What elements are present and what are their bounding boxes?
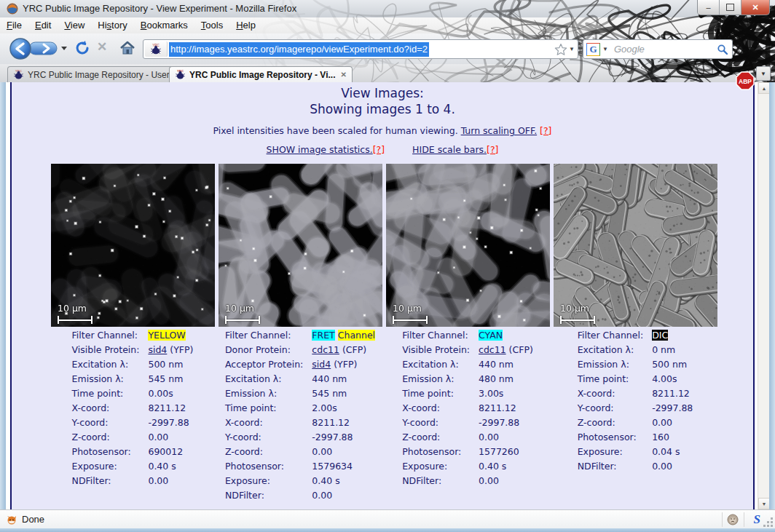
meta-row: Filter Channel:FRET Channel bbox=[225, 328, 375, 343]
meta-label: Time point: bbox=[578, 372, 652, 386]
reload-button[interactable] bbox=[74, 40, 90, 56]
maximize-button[interactable] bbox=[720, 0, 741, 15]
meta-value: cdc11 (CFP) bbox=[312, 343, 375, 357]
scrapbook-s-icon[interactable]: S bbox=[754, 510, 760, 529]
protein-link[interactable]: cdc11 bbox=[312, 344, 339, 355]
scale-bar-line bbox=[393, 316, 428, 324]
meta-text: 0.40 s bbox=[148, 461, 176, 472]
adblock-plus-icon[interactable]: ABP bbox=[736, 71, 755, 90]
search-magnifier-icon[interactable] bbox=[717, 44, 728, 55]
close-button[interactable]: ✕ bbox=[741, 0, 769, 15]
meta-row: Excitation λ:440 nm bbox=[225, 372, 375, 386]
url-bar[interactable]: YRC http://images.yeastrc.org/imagerepo/… bbox=[143, 39, 578, 59]
meta-value: 440 nm bbox=[312, 372, 375, 386]
scroll-down-icon[interactable]: ▼ bbox=[758, 498, 770, 509]
content-area: View Images: Showing images 1 to 4. Pixe… bbox=[6, 82, 769, 509]
scroll-up-icon[interactable]: ▲ bbox=[758, 82, 770, 94]
meta-label: NDFilter: bbox=[402, 474, 479, 488]
meta-row: Photosensor:1579634 bbox=[225, 459, 375, 474]
tab-bar: ▼ YRCYRC Public Image Repository - User.… bbox=[0, 64, 775, 83]
vertical-scrollbar[interactable]: ▲ ▼ bbox=[758, 82, 770, 509]
meta-value: 440 nm bbox=[479, 357, 533, 372]
meta-label: Emission λ: bbox=[578, 357, 652, 372]
meta-label: Photosensor: bbox=[225, 459, 312, 474]
window-frame-left bbox=[0, 82, 6, 509]
urlbar-dropdown-icon[interactable]: ▼ bbox=[569, 46, 575, 52]
meta-row: Photosensor:160 bbox=[578, 430, 693, 445]
menu-item-file[interactable]: File bbox=[0, 17, 28, 33]
tab-2[interactable]: YRCYRC Public Image Repository - Vi...✕ bbox=[169, 66, 353, 82]
search-engine-dropdown-icon[interactable]: ▼ bbox=[602, 46, 608, 52]
meta-row: NDFilter:0.00 bbox=[72, 474, 194, 488]
menu-item-history[interactable]: History bbox=[91, 17, 133, 33]
minimize-button[interactable]: – bbox=[698, 0, 720, 15]
meta-value: 0.40 s bbox=[479, 459, 533, 474]
meta-row: Z-coord:0.00 bbox=[225, 445, 375, 459]
protein-link[interactable]: cdc11 bbox=[479, 344, 506, 355]
meta-label: Photosensor: bbox=[72, 445, 149, 459]
page-title: View Images: bbox=[12, 86, 753, 100]
meta-label: Excitation λ: bbox=[225, 372, 312, 386]
back-forward-buttons[interactable] bbox=[7, 35, 74, 63]
fox-icon[interactable] bbox=[6, 514, 17, 525]
scaling-notice: Pixel intensities have been scaled for h… bbox=[12, 125, 753, 136]
meta-row: Photosensor:690012 bbox=[72, 445, 194, 459]
meta-text: 500 nm bbox=[652, 359, 687, 370]
meta-text: 0.04 s bbox=[652, 446, 680, 457]
meta-text: 1579634 bbox=[312, 461, 353, 472]
meta-row: Filter Channel:DIC bbox=[578, 328, 693, 343]
page: View Images: Showing images 1 to 4. Pixe… bbox=[10, 82, 755, 509]
meta-label: Filter Channel: bbox=[225, 328, 312, 343]
bookmark-star-icon[interactable] bbox=[554, 43, 567, 56]
tab-close-icon[interactable]: ✕ bbox=[341, 71, 347, 79]
scaling-help-link[interactable]: [?] bbox=[540, 125, 551, 136]
meta-text: 440 nm bbox=[479, 359, 514, 370]
scalebars-help-link[interactable]: [?] bbox=[487, 144, 498, 155]
meta-label: Filter Channel: bbox=[402, 328, 479, 343]
list-all-tabs-icon[interactable]: ▼ bbox=[756, 66, 771, 81]
meta-label: Exposure: bbox=[402, 459, 479, 474]
meta-text: 0.00 bbox=[148, 432, 168, 442]
meta-row: Excitation λ:440 nm bbox=[402, 357, 533, 372]
meta-text: 0.00 bbox=[148, 475, 168, 486]
metadata-column-yellow: Filter Channel:YELLOWVisible Protein:sid… bbox=[48, 328, 217, 488]
statistics-help-link[interactable]: [?] bbox=[373, 144, 385, 155]
window-frame-right bbox=[769, 82, 775, 509]
meta-value: 3.00s bbox=[479, 386, 533, 401]
show-statistics-link[interactable]: SHOW image statistics. bbox=[267, 144, 373, 155]
meta-label: Photosensor: bbox=[402, 445, 479, 459]
scale-bar: 10 µm bbox=[560, 303, 595, 324]
search-placeholder[interactable]: Google bbox=[611, 44, 717, 55]
url-text[interactable]: http://images.yeastrc.org/imagerepo/view… bbox=[169, 42, 429, 57]
meta-label: Y-coord: bbox=[402, 416, 479, 430]
tab-label: YRC Public Image Repository - Vi... bbox=[189, 70, 336, 80]
meta-label: Time point: bbox=[225, 401, 312, 416]
search-engine-icon[interactable]: G bbox=[586, 43, 600, 56]
meta-value: 8211.12 bbox=[479, 401, 533, 416]
home-button[interactable] bbox=[119, 40, 135, 56]
menu-item-view[interactable]: View bbox=[58, 17, 91, 33]
stop-button[interactable]: ✕ bbox=[97, 39, 107, 55]
protein-link[interactable]: sid4 bbox=[148, 344, 167, 355]
search-bar[interactable]: G ▼ Google bbox=[583, 39, 733, 59]
resize-grip[interactable] bbox=[771, 525, 773, 527]
turn-scaling-off-link[interactable]: Turn scaling OFF. bbox=[461, 125, 537, 136]
meta-value: CYAN bbox=[479, 328, 533, 343]
meta-value: -2997.88 bbox=[148, 416, 193, 430]
menu-item-tools[interactable]: Tools bbox=[194, 17, 229, 33]
meta-value: 0.00 bbox=[312, 488, 375, 503]
menu-item-bookmarks[interactable]: Bookmarks bbox=[134, 17, 194, 33]
menu-item-help[interactable]: Help bbox=[229, 17, 262, 33]
meta-row: Exposure:0.40 s bbox=[402, 459, 533, 474]
meta-text: 4.00s bbox=[652, 373, 677, 384]
action-links: SHOW image statistics.[?] HIDE scale bar… bbox=[12, 144, 753, 155]
protein-link[interactable]: sid4 bbox=[312, 359, 331, 370]
scaling-text: Pixel intensities have been scaled for h… bbox=[213, 125, 458, 136]
meta-value: -2997.88 bbox=[312, 430, 375, 445]
tab-1[interactable]: YRCYRC Public Image Repository - User...… bbox=[7, 66, 193, 82]
meta-value: 0.00 bbox=[652, 416, 693, 430]
hide-scalebars-link[interactable]: HIDE scale bars. bbox=[412, 144, 487, 155]
greasemonkey-icon[interactable] bbox=[727, 514, 739, 525]
site-identity-box[interactable]: YRC bbox=[145, 41, 168, 57]
menu-item-edit[interactable]: Edit bbox=[28, 17, 58, 33]
